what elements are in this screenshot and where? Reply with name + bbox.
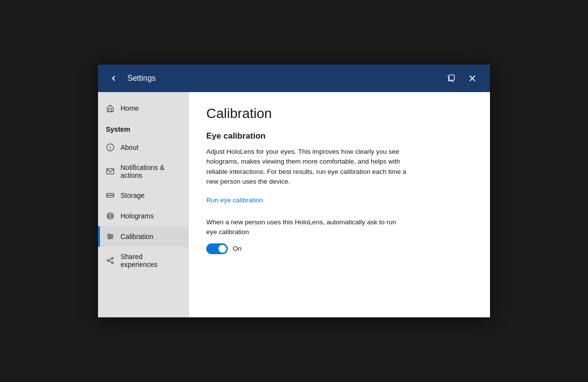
sidebar-item-notifications[interactable]: Notifications & actions: [98, 158, 188, 185]
window-title: Settings: [127, 74, 435, 83]
toggle-label: When a new person uses this HoloLens, au…: [206, 217, 402, 238]
toggle-row: On: [206, 243, 472, 254]
main-content: Home System About: [98, 92, 490, 317]
shared-icon: [106, 256, 115, 265]
svg-point-15: [111, 236, 113, 238]
sidebar-holograms-label: Holograms: [121, 212, 154, 220]
svg-rect-0: [449, 75, 454, 80]
window-controls: [441, 69, 482, 88]
auto-calibration-toggle[interactable]: [206, 243, 228, 254]
sidebar-item-home[interactable]: Home: [98, 98, 188, 119]
svg-point-14: [108, 234, 110, 236]
sidebar-item-storage[interactable]: Storage: [98, 185, 188, 206]
svg-point-18: [112, 258, 114, 260]
sidebar-home-label: Home: [121, 104, 139, 112]
sidebar-item-shared[interactable]: Shared experiences: [98, 247, 188, 274]
back-button[interactable]: [106, 71, 122, 86]
home-icon: [106, 104, 115, 113]
calibration-icon: [106, 232, 115, 241]
toggle-section: When a new person uses this HoloLens, au…: [206, 217, 472, 254]
svg-line-20: [109, 259, 111, 260]
svg-point-5: [110, 145, 110, 146]
svg-point-16: [108, 238, 110, 239]
sidebar-item-about[interactable]: About: [98, 137, 188, 158]
section-title: Eye calibration: [206, 131, 472, 141]
sidebar: Home System About: [98, 92, 189, 317]
titlebar: Settings: [98, 65, 490, 92]
sidebar-shared-label: Shared experiences: [121, 253, 180, 268]
sidebar-storage-label: Storage: [121, 191, 145, 199]
close-button[interactable]: [463, 69, 482, 88]
svg-point-17: [107, 260, 109, 262]
content-panel: Calibration Eye calibration Adjust HoloL…: [189, 92, 490, 317]
settings-window: Settings: [98, 65, 490, 317]
svg-point-10: [107, 215, 114, 217]
sidebar-item-holograms[interactable]: Holograms: [98, 206, 188, 226]
sidebar-about-label: About: [121, 143, 139, 151]
svg-line-21: [109, 261, 111, 263]
description-text: Adjust HoloLens for your eyes. This impr…: [206, 147, 412, 187]
sidebar-notifications-label: Notifications & actions: [121, 164, 180, 179]
sidebar-item-calibration[interactable]: Calibration: [98, 226, 188, 247]
storage-icon: [106, 191, 115, 200]
about-icon: [106, 143, 115, 152]
svg-point-9: [109, 215, 111, 217]
notifications-icon: [106, 167, 115, 176]
run-calibration-link[interactable]: Run eye calibration: [206, 196, 263, 204]
toggle-value: On: [233, 245, 242, 252]
svg-point-19: [112, 262, 114, 264]
sidebar-calibration-label: Calibration: [121, 233, 153, 240]
system-section-header: System: [98, 119, 188, 137]
holograms-icon: [106, 212, 115, 220]
page-title: Calibration: [206, 106, 472, 121]
restore-button[interactable]: [441, 69, 461, 88]
